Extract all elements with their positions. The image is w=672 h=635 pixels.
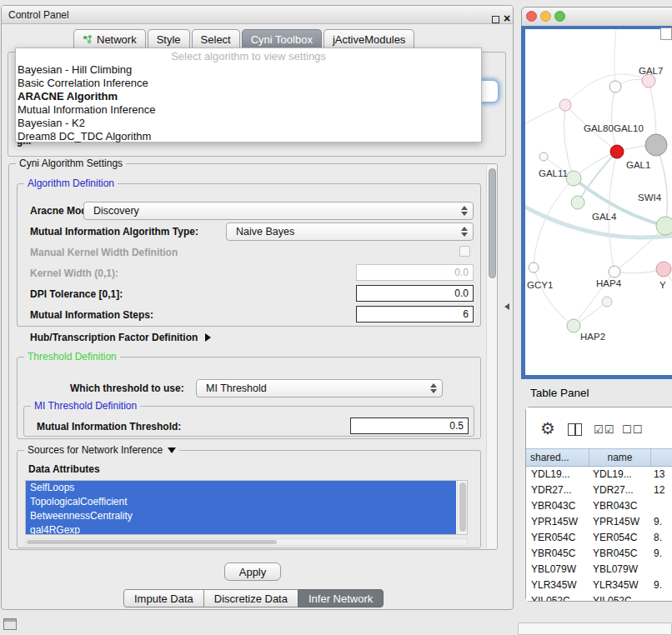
tab-label: Select xyxy=(201,33,231,46)
table-row[interactable]: YBR045CYBR045C9. xyxy=(526,546,672,562)
network-node[interactable] xyxy=(559,99,571,111)
apply-button[interactable]: Apply xyxy=(224,562,281,581)
bottom-tab-discretize-data[interactable]: Discretize Data xyxy=(203,589,298,608)
tab-network[interactable]: Network xyxy=(73,29,146,48)
combo-arrows-icon xyxy=(429,383,442,393)
network-node[interactable] xyxy=(610,145,624,158)
dropdown-item-bayesian-k2[interactable]: Bayesian - K2 xyxy=(16,117,481,130)
table-cell: YLR345W xyxy=(526,578,589,593)
desktop: Control Panel × NetworkStyleSelectCyni T… xyxy=(0,0,672,635)
canvas-scroll-widget[interactable] xyxy=(660,28,672,40)
settings-scrollbar-thumb[interactable] xyxy=(489,168,496,278)
aracne-mode-combobox[interactable]: Discovery xyxy=(83,202,474,220)
attributes-vertical-scrollbar[interactable] xyxy=(457,481,467,534)
table-cell: YBR045C xyxy=(526,546,589,562)
dpi-tolerance-label: DPI Tolerance [0,1]: xyxy=(30,288,123,300)
table-cell: YBL079W xyxy=(526,562,589,578)
network-node[interactable] xyxy=(645,134,667,156)
mac-close-icon[interactable] xyxy=(526,11,537,22)
network-node[interactable] xyxy=(529,262,539,272)
gear-icon[interactable]: ⚙ xyxy=(540,419,555,438)
network-edge xyxy=(565,74,649,105)
network-node-label: GAL10 xyxy=(614,123,644,133)
table-cell: YIL052C xyxy=(589,593,651,601)
columns-icon[interactable] xyxy=(568,423,582,436)
dropdown-item-mutual-information-inference[interactable]: Mutual Information Inference xyxy=(16,103,481,117)
attribute-item-gal4rgexp[interactable]: gal4RGexp xyxy=(26,523,456,535)
network-edge xyxy=(525,105,565,129)
mac-zoom-icon[interactable] xyxy=(554,11,565,22)
network-node[interactable] xyxy=(567,319,580,332)
manual-kernel-label: Manual Kernel Width Definition xyxy=(30,247,178,258)
table-header-row: shared...name xyxy=(526,448,672,467)
mi-threshold-field[interactable] xyxy=(350,418,469,434)
tab-cyni-toolbox[interactable]: Cyni Toolbox xyxy=(242,29,322,48)
manual-kernel-checkbox xyxy=(459,246,470,257)
mi-algorithm-type-combobox[interactable]: Naive Bayes xyxy=(226,222,474,241)
network-node[interactable] xyxy=(602,297,612,307)
table-row[interactable]: YBL079WYBL079W xyxy=(526,562,672,578)
mi-threshold-label: Mutual Information Threshold: xyxy=(37,421,181,432)
table-cell: YDL19... xyxy=(526,467,589,482)
dropdown-item-bayesian-hill-climbing[interactable]: Bayesian - Hill Climbing xyxy=(16,63,481,77)
tab-style[interactable]: Style xyxy=(148,29,190,48)
attribute-item-betweennesscentrality[interactable]: BetweennessCentrality xyxy=(26,509,456,523)
table-row[interactable]: YLR345WYLR345W9. xyxy=(526,578,672,593)
attribute-item-topologicalcoefficient[interactable]: TopologicalCoefficient xyxy=(26,495,456,509)
network-icon xyxy=(83,34,93,44)
dropdown-item-basic-correlation-inference[interactable]: Basic Correlation Inference xyxy=(16,77,481,90)
network-canvas[interactable]: GAL7GAL80GAL10GAL11GAL1SWI4GAL4GCY1HAP4Y… xyxy=(525,29,672,375)
close-icon[interactable]: × xyxy=(504,12,510,24)
network-node-label: GCY1 xyxy=(527,280,553,290)
column-header-shared-[interactable]: shared... xyxy=(526,449,589,466)
network-node[interactable] xyxy=(571,196,584,209)
mi-steps-field[interactable] xyxy=(356,306,474,322)
table-cell xyxy=(651,562,672,578)
table-row[interactable]: YIL052CYIL052C xyxy=(526,593,672,601)
table-row[interactable]: YDL19...YDL19...13 xyxy=(526,467,672,482)
table-row[interactable]: YDR27...YDR27...12 xyxy=(526,482,672,498)
tab-select[interactable]: Select xyxy=(192,29,240,48)
table-row[interactable]: YBR043CYBR043C xyxy=(526,498,672,514)
table-cell: YBR045C xyxy=(589,546,651,562)
settings-scrollbar[interactable] xyxy=(486,165,497,548)
network-node[interactable] xyxy=(656,217,672,235)
column-header-name[interactable]: name xyxy=(589,449,651,466)
network-node[interactable] xyxy=(609,81,621,92)
aracne-mode-value: Discovery xyxy=(84,205,459,217)
select-all-columns-icon[interactable]: ☑☑ xyxy=(594,423,614,436)
network-node-label: GAL7 xyxy=(639,66,663,76)
hub-definition-expander[interactable]: Hub/Transcription Factor Definition xyxy=(30,332,211,343)
restore-panel-icon[interactable] xyxy=(3,618,17,630)
which-threshold-combobox[interactable]: MI Threshold xyxy=(196,379,443,398)
dpi-tolerance-field[interactable] xyxy=(356,285,474,302)
collapsed-bottom-panel[interactable] xyxy=(518,622,672,635)
chevron-down-icon xyxy=(168,448,176,453)
dropdown-item-dream8-dc-tdc-algorithm[interactable]: Dream8 DC_TDC Algorithm xyxy=(16,130,481,143)
network-node[interactable] xyxy=(566,171,581,186)
network-node[interactable] xyxy=(642,74,655,88)
bottom-tab-impute-data[interactable]: Impute Data xyxy=(123,589,204,608)
attributes-horizontal-scrollbar[interactable] xyxy=(25,538,468,546)
mac-minimize-icon[interactable] xyxy=(540,11,551,22)
table-cell: YDL19... xyxy=(589,467,651,482)
bottom-tab-infer-network[interactable]: Infer Network xyxy=(298,589,384,608)
control-panel-titlebar[interactable]: Control Panel × xyxy=(2,6,513,24)
network-node[interactable] xyxy=(656,262,671,277)
tab-jactivemodules[interactable]: jActiveModules xyxy=(323,29,414,48)
table-cell: YIL052C xyxy=(526,593,589,601)
data-attributes-label: Data Attributes xyxy=(28,463,100,475)
dropdown-item-aracne-algorithm[interactable]: ARACNE Algorithm xyxy=(16,90,481,103)
panel-collapse-arrow-icon[interactable] xyxy=(504,303,509,310)
deselect-all-columns-icon[interactable]: ☐☐ xyxy=(622,423,643,436)
column-header-extra[interactable] xyxy=(651,449,672,466)
network-node[interactable] xyxy=(539,152,548,161)
table-row[interactable]: YPR145WYPR145W9. xyxy=(526,514,672,530)
table-row[interactable]: YER054CYER054C8. xyxy=(526,530,672,546)
attribute-item-selfloops[interactable]: SelfLoops xyxy=(26,481,456,495)
sources-title[interactable]: Sources for Network Inference xyxy=(24,444,179,456)
table-cell: YER054C xyxy=(526,530,589,546)
table-cell: YBL079W xyxy=(589,562,651,578)
float-window-icon[interactable] xyxy=(492,16,499,23)
network-node[interactable] xyxy=(609,266,620,278)
